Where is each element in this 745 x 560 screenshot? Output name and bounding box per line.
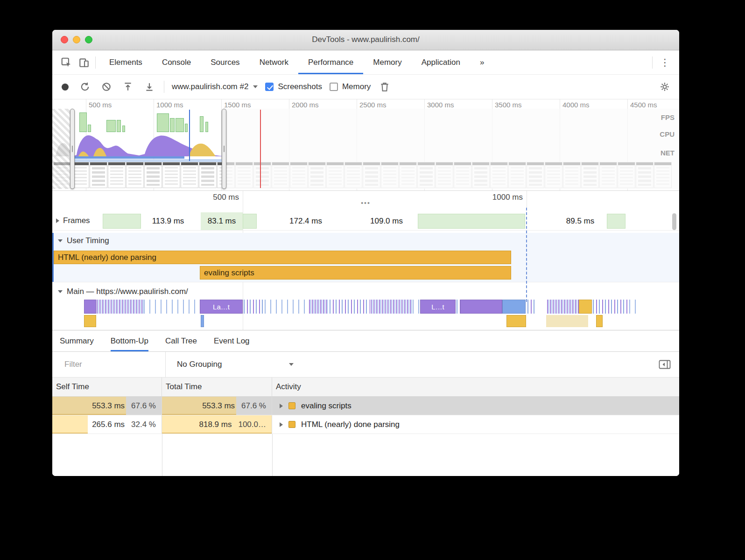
show-heaviest-stack-icon[interactable]: [657, 357, 673, 371]
pane-resize-handle[interactable]: •••: [361, 199, 371, 207]
expand-row-icon[interactable]: [280, 422, 283, 427]
flame-segment[interactable]: [244, 300, 263, 314]
screenshot-thumbnail[interactable]: [162, 162, 180, 188]
flame-segment[interactable]: [84, 315, 96, 327]
fps-bar: [106, 120, 116, 132]
tab-call-tree[interactable]: Call Tree: [165, 330, 197, 351]
load-profile-button[interactable]: [121, 80, 135, 94]
reload-and-profile-button[interactable]: [78, 80, 92, 94]
vertical-scrollbar[interactable]: [672, 213, 676, 230]
flame-segment[interactable]: La…t: [200, 300, 243, 314]
flame-segment[interactable]: [265, 300, 309, 314]
collapse-main-icon[interactable]: [58, 290, 63, 293]
record-button[interactable]: [60, 82, 70, 92]
table-row[interactable]: 553.3 ms67.6 %553.3 ms67.6 %evaling scri…: [52, 397, 679, 415]
frame-duration-label: 89.5 ms: [566, 212, 594, 230]
frame-duration-label: 172.4 ms: [289, 212, 322, 230]
flame-segment[interactable]: [97, 300, 143, 314]
flame-segment[interactable]: [629, 300, 637, 314]
tab-performance[interactable]: Performance: [298, 50, 363, 74]
flame-segment[interactable]: [84, 300, 96, 314]
fps-bar: [170, 118, 175, 132]
frame-duration-cell[interactable]: 83.1 ms: [201, 212, 243, 230]
frames-track[interactable]: 113.9 ms83.1 ms172.4 ms109.0 ms89.5 ms F…: [52, 212, 679, 231]
column-header-activity[interactable]: Activity: [272, 378, 679, 396]
save-profile-button[interactable]: [142, 80, 156, 94]
user-timing-track[interactable]: User Timing HTML (nearly) done parsingev…: [52, 233, 679, 282]
flame-segment[interactable]: [596, 315, 603, 327]
expand-frames-icon[interactable]: [56, 218, 59, 223]
profile-select-value: www.paulirish.com #2: [172, 82, 248, 91]
flame-segment[interactable]: [502, 300, 526, 314]
device-toolbar-icon[interactable]: [77, 55, 91, 70]
tab-memory[interactable]: Memory: [363, 50, 411, 74]
checkbox-unchecked-icon: [330, 83, 338, 91]
frame-bar[interactable]: [243, 214, 257, 229]
flame-segment[interactable]: [144, 300, 196, 314]
flame-segment[interactable]: [506, 315, 526, 327]
tab-bottom-up[interactable]: Bottom-Up: [111, 330, 148, 351]
clear-recording-button[interactable]: [99, 80, 113, 94]
garbage-collect-button[interactable]: [378, 80, 391, 94]
settings-gear-icon[interactable]: [658, 80, 672, 94]
tab-event-log[interactable]: Event Log: [214, 330, 250, 351]
flame-segment[interactable]: [579, 300, 592, 314]
inspect-element-icon[interactable]: [59, 55, 74, 70]
flame-segment[interactable]: [547, 300, 579, 314]
flame-segment[interactable]: [457, 300, 460, 314]
memory-checkbox[interactable]: Memory: [330, 82, 371, 91]
main-track-header[interactable]: Main — https://www.paulirish.com/: [58, 287, 188, 296]
frame-bar[interactable]: [103, 214, 141, 229]
screenshot-thumbnail[interactable]: [199, 162, 217, 188]
tab-network[interactable]: Network: [250, 50, 298, 74]
tab-console[interactable]: Console: [152, 50, 201, 74]
expand-row-icon[interactable]: [280, 404, 283, 408]
screenshots-checkbox[interactable]: Screenshots: [265, 82, 322, 91]
column-header-total-time[interactable]: Total Time: [162, 378, 272, 396]
timeline-overview[interactable]: FPS CPU NET 500 ms1000 ms1500 ms2000 ms2…: [52, 99, 679, 191]
screenshot-thumbnail[interactable]: [90, 162, 107, 188]
screenshot-thumbnail[interactable]: [181, 162, 198, 188]
flame-segment[interactable]: [413, 300, 419, 314]
tab-elements[interactable]: Elements: [99, 50, 152, 74]
selection-handle-left[interactable]: [70, 109, 75, 189]
filter-input[interactable]: [63, 359, 145, 370]
grouping-select[interactable]: No Grouping: [177, 360, 294, 369]
table-row[interactable]: 265.6 ms32.4 %818.9 ms100.0…HTML (nearly…: [52, 415, 679, 434]
selection-handle-right[interactable]: [222, 109, 226, 189]
devtools-menu-icon[interactable]: ⋮: [654, 57, 675, 68]
screenshot-thumbnail[interactable]: [108, 162, 126, 188]
column-header-self-time[interactable]: Self Time: [52, 378, 162, 396]
flame-segment[interactable]: [460, 300, 502, 314]
flame-segment[interactable]: [546, 315, 588, 327]
tab-summary[interactable]: Summary: [60, 330, 94, 351]
tab-application[interactable]: Application: [412, 50, 470, 74]
flame-segment[interactable]: L…t: [420, 300, 456, 314]
window-titlebar[interactable]: DevTools - www.paulirish.com/: [52, 30, 679, 50]
user-timing-bar[interactable]: evaling scripts: [200, 266, 511, 280]
profile-select[interactable]: www.paulirish.com #2: [172, 82, 258, 91]
more-tabs-chevron[interactable]: »: [470, 50, 494, 74]
flame-segment[interactable]: [309, 300, 329, 314]
traffic-lights: [61, 36, 92, 43]
timeline-tracks[interactable]: 113.9 ms83.1 ms172.4 ms109.0 ms89.5 ms F…: [52, 208, 679, 330]
column-divider: [272, 434, 273, 476]
screenshot-thumbnail[interactable]: [126, 162, 144, 188]
minimize-window-button[interactable]: [73, 36, 80, 43]
frame-bar[interactable]: [607, 214, 626, 229]
main-flame-chart[interactable]: La…tL…t: [52, 300, 679, 329]
flame-segment[interactable]: [527, 300, 535, 314]
flame-segment[interactable]: [201, 315, 204, 327]
flame-segment[interactable]: [593, 300, 628, 314]
frame-bar[interactable]: [418, 214, 525, 229]
record-icon: [62, 84, 69, 91]
activity-cell: HTML (nearly) done parsing: [272, 415, 679, 434]
close-window-button[interactable]: [61, 36, 68, 43]
zoom-window-button[interactable]: [85, 36, 92, 43]
flame-segment[interactable]: [371, 300, 412, 314]
timeline-ruler[interactable]: 500 ms1000 ms •••: [52, 191, 679, 208]
tab-sources[interactable]: Sources: [201, 50, 249, 74]
user-timing-bar[interactable]: HTML (nearly) done parsing: [54, 251, 511, 264]
screenshot-thumbnail[interactable]: [144, 162, 162, 188]
flame-segment[interactable]: [330, 300, 370, 314]
